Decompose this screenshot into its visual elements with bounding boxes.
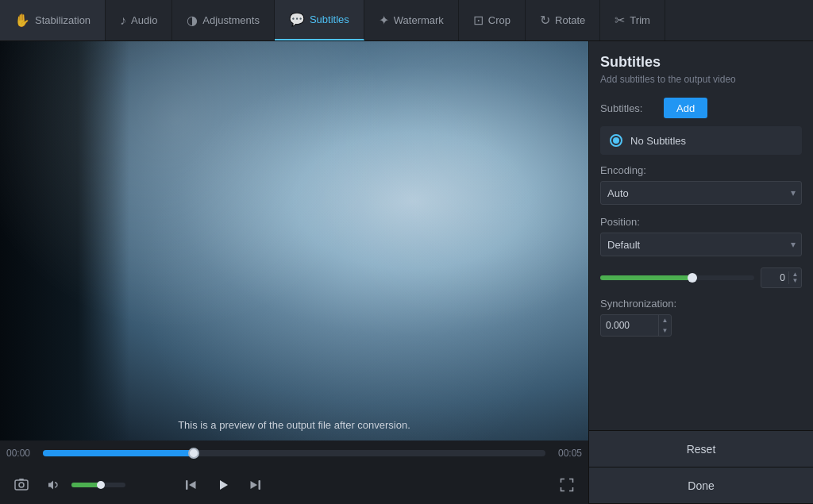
panel-subtitle: Add subtitles to the output video bbox=[600, 74, 802, 85]
add-subtitle-button[interactable]: Add bbox=[664, 98, 707, 118]
volume-slider[interactable] bbox=[71, 483, 125, 487]
position-label: Position: bbox=[600, 216, 802, 228]
nav-watermark-label: Watermark bbox=[394, 14, 444, 26]
nav-audio[interactable]: ♪ Audio bbox=[106, 0, 172, 40]
panel-bottom: Reset Done bbox=[589, 430, 813, 504]
green-thumb[interactable] bbox=[688, 273, 697, 283]
trim-icon: ✂ bbox=[615, 13, 625, 28]
sync-input-box: 0.000 ▲ ▼ bbox=[600, 314, 672, 337]
sync-increment[interactable]: ▲ bbox=[659, 315, 671, 325]
nav-watermark[interactable]: ✦ Watermark bbox=[364, 0, 459, 40]
nav-adjustments[interactable]: ◑ Adjustments bbox=[172, 0, 275, 40]
svg-rect-4 bbox=[259, 480, 261, 490]
subtitles-label: Subtitles: bbox=[600, 102, 657, 114]
crop-icon: ⊡ bbox=[473, 13, 484, 28]
sync-label: Synchronization: bbox=[600, 298, 802, 310]
controls-row bbox=[0, 466, 588, 504]
encoding-select-wrapper: Auto UTF-8 ISO-8859-1 Windows-1252 bbox=[600, 181, 802, 205]
time-start: 00:00 bbox=[6, 448, 37, 459]
play-button[interactable] bbox=[210, 471, 237, 498]
video-panel: This is a preview of the output file aft… bbox=[0, 41, 588, 504]
svg-point-1 bbox=[19, 483, 24, 487]
position-value: 0 bbox=[761, 272, 788, 283]
nav-rotate[interactable]: ↻ Rotate bbox=[526, 0, 600, 40]
panel-title: Subtitles bbox=[600, 54, 802, 71]
radio-inner bbox=[613, 137, 619, 144]
green-fill bbox=[600, 275, 692, 280]
position-number-input: 0 ▲ ▼ bbox=[761, 267, 802, 288]
sync-value: 0.000 bbox=[601, 320, 658, 331]
skip-forward-button[interactable] bbox=[241, 471, 268, 498]
subtitles-field-row: Subtitles: Add bbox=[600, 98, 802, 118]
no-subtitles-box: No Subtitles bbox=[600, 126, 802, 155]
nav-audio-label: Audio bbox=[131, 14, 157, 26]
nav-subtitles[interactable]: 💬 Subtitles bbox=[275, 0, 364, 40]
svg-rect-0 bbox=[15, 480, 28, 490]
stabilization-icon: ✋ bbox=[14, 13, 30, 28]
nav-adjustments-label: Adjustments bbox=[202, 14, 260, 26]
audio-icon: ♪ bbox=[120, 13, 126, 28]
encoding-select[interactable]: Auto UTF-8 ISO-8859-1 Windows-1252 bbox=[600, 181, 802, 205]
preview-text: This is a preview of the output file aft… bbox=[0, 419, 588, 431]
nav-stabilization-label: Stabilization bbox=[35, 14, 91, 26]
progress-thumb[interactable] bbox=[188, 448, 199, 459]
video-viewport: This is a preview of the output file aft… bbox=[0, 41, 588, 441]
position-section: Position: Default Top Bottom Custom bbox=[600, 216, 802, 256]
nav-stabilization[interactable]: ✋ Stabilization bbox=[0, 0, 106, 40]
encoding-label: Encoding: bbox=[600, 164, 802, 176]
sync-decrement[interactable]: ▼ bbox=[659, 325, 671, 336]
subtitles-icon: 💬 bbox=[289, 12, 305, 27]
sync-section: Synchronization: 0.000 ▲ ▼ bbox=[600, 298, 802, 337]
sync-arrows: ▲ ▼ bbox=[658, 315, 671, 336]
right-panel: Subtitles Add subtitles to the output vi… bbox=[588, 41, 813, 504]
position-select[interactable]: Default Top Bottom Custom bbox=[600, 233, 802, 256]
right-panel-content: Subtitles Add subtitles to the output vi… bbox=[589, 41, 813, 430]
skip-back-button[interactable] bbox=[178, 471, 205, 498]
position-slider-row: 0 ▲ ▼ bbox=[600, 267, 802, 288]
screenshot-button[interactable] bbox=[8, 471, 35, 498]
position-decrement[interactable]: ▼ bbox=[789, 278, 801, 284]
position-select-wrapper: Default Top Bottom Custom bbox=[600, 233, 802, 256]
rotate-icon: ↻ bbox=[540, 13, 550, 28]
video-bg bbox=[0, 41, 588, 441]
nav-trim[interactable]: ✂ Trim bbox=[600, 0, 665, 40]
top-nav: ✋ Stabilization ♪ Audio ◑ Adjustments 💬 … bbox=[0, 0, 813, 41]
nav-crop-label: Crop bbox=[488, 14, 511, 26]
adjustments-icon: ◑ bbox=[187, 13, 198, 28]
progress-track[interactable] bbox=[43, 450, 545, 456]
video-scene bbox=[0, 41, 588, 441]
svg-rect-3 bbox=[186, 480, 188, 490]
timeline-row: 00:00 00:05 bbox=[0, 441, 588, 466]
timeline-bar: 00:00 00:05 bbox=[0, 441, 588, 466]
volume-button[interactable] bbox=[40, 471, 67, 498]
watermark-icon: ✦ bbox=[379, 13, 389, 28]
nav-rotate-label: Rotate bbox=[555, 14, 585, 26]
fullscreen-button[interactable] bbox=[553, 471, 580, 498]
no-subtitles-label: No Subtitles bbox=[630, 135, 686, 147]
position-arrows: ▲ ▼ bbox=[788, 271, 801, 284]
reset-button[interactable]: Reset bbox=[589, 431, 813, 467]
progress-fill bbox=[43, 450, 194, 456]
main-area: This is a preview of the output file aft… bbox=[0, 41, 813, 504]
nav-subtitles-label: Subtitles bbox=[310, 13, 349, 25]
nav-trim-label: Trim bbox=[630, 14, 650, 26]
nav-crop[interactable]: ⊡ Crop bbox=[459, 0, 526, 40]
volume-thumb[interactable] bbox=[97, 481, 105, 489]
svg-rect-2 bbox=[19, 479, 24, 480]
subtitle-radio[interactable] bbox=[610, 134, 622, 147]
position-slider[interactable] bbox=[600, 275, 754, 280]
done-button[interactable]: Done bbox=[589, 467, 813, 504]
time-end: 00:05 bbox=[552, 448, 582, 459]
